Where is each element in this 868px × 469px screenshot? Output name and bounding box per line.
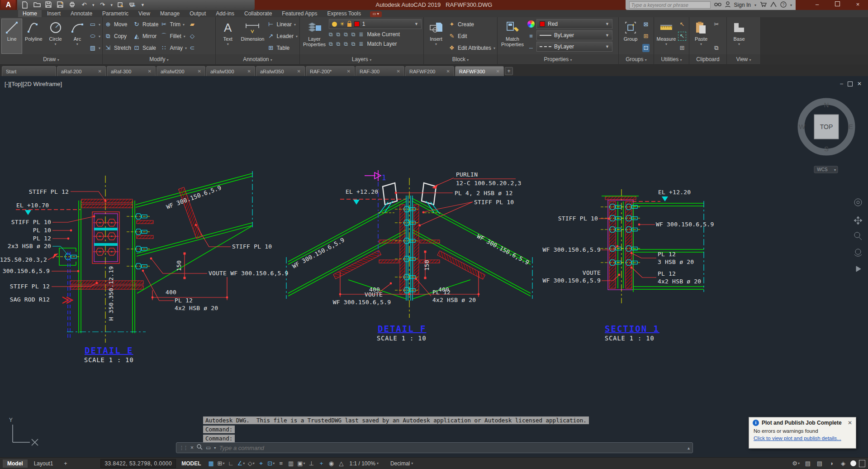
sheet-set-icon[interactable] (117, 1, 124, 9)
ribbon-tab-addins[interactable]: Add-ins (211, 10, 239, 17)
plot-notification-icon[interactable]: ▤ (815, 459, 824, 468)
save-icon[interactable] (45, 1, 52, 9)
close-tab-icon[interactable]: ✕ (397, 69, 400, 74)
file-tab[interactable]: RAF-200*✕ (306, 66, 355, 76)
polar-tracking-icon[interactable]: ∠▾ (237, 459, 246, 468)
text-caret-icon[interactable]: ▾ (227, 42, 229, 46)
lineweight-dropdown[interactable]: ByLayer▼ (536, 30, 612, 40)
copy-clip-icon[interactable]: ⧉ (713, 44, 720, 52)
layer-dropdown-caret-icon[interactable]: ▼ (414, 22, 418, 26)
layer-on-all-icon[interactable]: ⧉ (329, 41, 333, 47)
ribbon-tab-home[interactable]: Home (18, 10, 42, 17)
redo-icon[interactable]: ↷ (99, 1, 106, 9)
file-tab[interactable]: aRafwf300✕ (206, 66, 255, 76)
undo-caret-icon[interactable]: ▾ (92, 3, 95, 7)
search-binoculars-icon[interactable] (714, 2, 721, 8)
file-tab-start[interactable]: Start (2, 66, 56, 76)
move-button[interactable]: ⊕Move (104, 20, 131, 29)
cut-icon[interactable]: ✂ (713, 21, 720, 28)
file-tab[interactable]: aRafwf200✕ (157, 66, 205, 76)
redo-caret-icon[interactable]: ▾ (111, 3, 113, 7)
linetype-list-icon[interactable]: ┄ (527, 45, 535, 52)
layer-properties-button[interactable]: Layer Properties (302, 19, 327, 53)
insert-button[interactable]: Insert ▾ (426, 19, 446, 53)
panel-label-layers[interactable]: Layers ▾ (300, 54, 424, 65)
ribbon-tab-featured-apps[interactable]: Featured Apps (277, 10, 322, 17)
close-tab-icon[interactable]: ✕ (198, 69, 201, 74)
scale-button[interactable]: ⊡Scale (133, 44, 158, 52)
command-grip-icon[interactable]: ⋮⋮ (179, 445, 187, 451)
ribbon-display-toggle-icon[interactable]: ▭ ▾ (370, 11, 382, 17)
object-snap-icon[interactable]: ⊡▾ (266, 459, 275, 468)
panel-label-block[interactable]: Block ▾ (424, 54, 498, 65)
ribbon-tab-view[interactable]: View (134, 10, 155, 17)
command-search-icon[interactable] (197, 444, 203, 451)
isodraft-icon[interactable]: ◇▾ (247, 459, 256, 468)
ellipse-caret-icon[interactable]: ▾ (99, 34, 100, 38)
group-edit-icon[interactable]: ⊞ (642, 33, 650, 40)
leader-caret-icon[interactable]: ▾ (296, 34, 298, 38)
search-input[interactable] (629, 1, 711, 9)
qat-overflow-caret-icon[interactable]: ▼ (141, 3, 145, 7)
block-edit-button[interactable]: ✎Edit (448, 32, 495, 40)
lineweight-icon[interactable]: ≡ (276, 459, 285, 468)
viewport-restore-icon[interactable] (848, 81, 853, 86)
hardware-acceleration-icon[interactable]: ◑ (827, 459, 836, 468)
panel-label-annotation[interactable]: Annotation ▾ (216, 54, 300, 65)
layer-dropdown[interactable]: ☀ 1 ▼ (329, 19, 422, 29)
panel-label-properties[interactable]: Properties ▾ (498, 54, 619, 65)
save-as-icon[interactable] (57, 1, 64, 9)
command-expand-icon[interactable]: ▴ (688, 445, 690, 450)
fillet-caret-icon[interactable]: ▾ (184, 34, 185, 38)
ribbon-tab-manage[interactable]: Manage (156, 10, 184, 17)
annotation-scale-button[interactable]: 1:1 / 100%▾ (348, 460, 380, 467)
dynamic-input-icon[interactable]: + (317, 459, 326, 468)
linetype-dropdown[interactable]: ByLayer▼ (536, 42, 612, 52)
dimension-button[interactable]: Dimension (240, 19, 265, 53)
erase-icon[interactable]: ▰ (189, 21, 196, 28)
minimize-button[interactable]: – (807, 0, 827, 10)
trim-caret-icon[interactable]: ▾ (183, 23, 185, 27)
base-caret-icon[interactable]: ▾ (738, 42, 740, 46)
block-create-button[interactable]: ✦Create (448, 20, 495, 29)
layer-isolate-icon[interactable]: ⧉ (337, 31, 341, 38)
trim-button[interactable]: ✂Trim▾ (160, 20, 187, 29)
explode-icon[interactable]: ◇ (189, 33, 196, 40)
layer-match-icon[interactable]: ≣ (359, 41, 363, 47)
close-tab-icon[interactable]: ✕ (98, 69, 102, 74)
ribbon-tab-parametric[interactable]: Parametric (98, 10, 133, 17)
layer-unlock-icon[interactable] (347, 23, 351, 27)
command-close-icon[interactable]: × (190, 445, 194, 451)
arc-caret-icon[interactable]: ▾ (76, 42, 78, 46)
measure-caret-icon[interactable]: ▾ (665, 42, 667, 46)
layer-unisolate-icon[interactable]: ⧉ (337, 41, 341, 47)
lineweight-list-icon[interactable]: ≡ (527, 33, 535, 40)
panel-label-draw[interactable]: Draw ▾ (0, 54, 103, 65)
new-tab-button[interactable]: + (505, 67, 513, 75)
ribbon-tab-annotate[interactable]: Annotate (66, 10, 97, 17)
close-button[interactable]: × (848, 0, 868, 10)
base-button[interactable]: Base ▾ (729, 19, 749, 53)
dynamic-ucs-icon[interactable]: ⊥ (307, 459, 316, 468)
linear-button[interactable]: ⊢Linear▾ (267, 20, 298, 29)
panel-label-utilities[interactable]: Utilities ▾ (654, 54, 689, 65)
autoscale-icon[interactable]: △ (337, 459, 346, 468)
app-logo-icon[interactable]: A (1, 0, 16, 10)
leader-button[interactable]: ↗Leader▾ (267, 32, 298, 40)
layer-on-bulb-icon[interactable] (332, 22, 337, 27)
ribbon-tab-insert[interactable]: Insert (43, 10, 65, 17)
linetype-caret-icon[interactable]: ▼ (605, 44, 609, 49)
toast-close-icon[interactable]: ✕ (848, 420, 852, 426)
file-tab[interactable]: aRaf-200✕ (57, 66, 106, 76)
ribbon-tab-output[interactable]: Output (185, 10, 210, 17)
quick-calculator-select-icon[interactable]: ↖ (678, 33, 686, 40)
color-dropdown[interactable]: Red▼ (536, 19, 612, 29)
units-list-icon[interactable]: ▤ (803, 459, 812, 468)
model-space-canvas[interactable] (0, 76, 868, 457)
quick-calc-icon[interactable]: ⊞ (678, 44, 686, 52)
rectangle-caret-icon[interactable]: ▾ (99, 23, 100, 27)
batch-plot-icon[interactable] (129, 1, 136, 9)
edit-attributes-caret-icon[interactable]: ▾ (493, 46, 495, 50)
table-button[interactable]: ⊞Table (267, 44, 298, 52)
close-tab-icon[interactable]: ✕ (347, 69, 351, 74)
